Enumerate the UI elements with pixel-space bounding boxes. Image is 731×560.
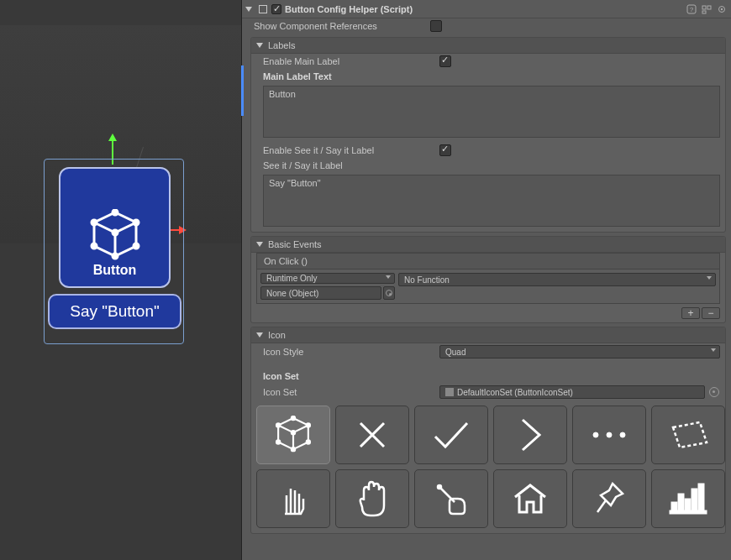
- arrow-down-icon: [256, 242, 263, 247]
- gear-icon[interactable]: [716, 3, 728, 15]
- icon-set-picker[interactable]: [708, 387, 720, 397]
- svg-point-1: [134, 220, 139, 225]
- icon-header-text: Icon: [268, 330, 286, 340]
- svg-point-19: [292, 447, 295, 451]
- object-picker-button[interactable]: [383, 286, 395, 300]
- svg-rect-31: [699, 484, 703, 511]
- icon-chevron-right[interactable]: [493, 406, 567, 464]
- show-references-label: Show Component References: [254, 21, 430, 31]
- svg-point-4: [92, 243, 97, 249]
- add-event-button[interactable]: +: [681, 307, 700, 319]
- svg-rect-28: [679, 495, 683, 511]
- button-preview-label: Button: [93, 263, 137, 278]
- scene-view[interactable]: Button Say "Button": [0, 0, 241, 560]
- object-value: None (Object): [266, 289, 318, 298]
- icon-grid: [251, 400, 725, 533]
- prefab-override-indicator: [241, 65, 244, 116]
- svg-point-15: [721, 8, 723, 9]
- icon-pin[interactable]: [572, 469, 646, 528]
- icon-cross[interactable]: [335, 406, 409, 464]
- show-references-checkbox[interactable]: [430, 20, 442, 32]
- pin-icon: [592, 480, 626, 517]
- arrow-down-icon[interactable]: [245, 7, 252, 12]
- svg-point-6: [113, 230, 118, 235]
- icon-cube-wireframe[interactable]: [256, 406, 330, 464]
- main-label-text-field[interactable]: Button: [263, 86, 720, 138]
- svg-point-3: [113, 254, 118, 259]
- labels-header[interactable]: Labels: [251, 38, 725, 54]
- cube-wireframe-icon: [272, 416, 314, 454]
- object-picker-icon: [386, 290, 392, 296]
- icon-header[interactable]: Icon: [251, 327, 725, 343]
- icon-set-value: DefaultIconSet (ButtonIconSet): [457, 388, 573, 397]
- bar-chart-icon: [669, 483, 707, 515]
- runtime-value: Runtime Only: [266, 274, 318, 283]
- object-picker-icon: [709, 387, 719, 397]
- svg-point-2: [134, 243, 139, 249]
- basic-events-header-text: Basic Events: [268, 239, 322, 249]
- icon-section: Icon Icon Style Quad Icon Set Icon Set D…: [250, 327, 726, 534]
- icon-dashed-panel[interactable]: [651, 406, 725, 464]
- say-it-label-preview[interactable]: Say "Button": [48, 294, 181, 329]
- icon-hand-stop[interactable]: [335, 469, 409, 528]
- icon-style-dropdown[interactable]: Quad: [439, 345, 720, 359]
- main-label-text-value: Button: [269, 89, 296, 99]
- component-enabled-checkbox[interactable]: [271, 4, 281, 14]
- ellipsis-icon: [590, 429, 628, 441]
- inspector-panel: Button Config Helper (Script) ? Show Com…: [241, 0, 731, 560]
- svg-point-21: [276, 423, 280, 427]
- svg-point-25: [620, 432, 625, 437]
- svg-point-17: [307, 423, 310, 427]
- icon-hand-gesture[interactable]: [256, 469, 330, 528]
- svg-point-20: [276, 440, 280, 443]
- svg-point-22: [292, 431, 295, 434]
- svg-point-23: [593, 432, 598, 437]
- tap-icon: [433, 480, 470, 517]
- enable-main-label: Enable Main Label: [263, 56, 439, 66]
- arrow-down-icon: [256, 332, 263, 338]
- svg-rect-29: [686, 500, 690, 511]
- button-3d-preview[interactable]: Button: [59, 167, 171, 288]
- see-it-field[interactable]: Say "Button": [263, 175, 720, 227]
- icon-set-label: Icon Set: [263, 387, 439, 397]
- event-add-remove: + −: [251, 304, 725, 321]
- basic-events-header[interactable]: Basic Events: [251, 237, 725, 253]
- chevron-right-icon: [516, 416, 544, 453]
- enable-main-checkbox[interactable]: [439, 55, 451, 67]
- main-label-text-header: Main Label Text: [263, 71, 332, 81]
- arrow-down-icon: [256, 43, 263, 48]
- icon-style-label: Icon Style: [263, 347, 439, 357]
- svg-point-24: [607, 432, 612, 437]
- basic-events-section: Basic Events On Click () Runtime Only No…: [250, 236, 726, 323]
- svg-rect-11: [702, 6, 706, 9]
- svg-rect-8: [260, 6, 266, 13]
- hand-gesture-icon: [278, 480, 308, 517]
- svg-rect-12: [707, 6, 711, 9]
- help-icon[interactable]: ?: [686, 3, 697, 15]
- icon-tap[interactable]: [414, 469, 488, 528]
- selection-bounds[interactable]: Button Say "Button": [44, 159, 184, 344]
- icon-bar-chart[interactable]: [651, 469, 725, 528]
- enable-see-checkbox[interactable]: [439, 144, 451, 156]
- icon-style-value: Quad: [445, 348, 465, 357]
- function-dropdown[interactable]: No Function: [398, 273, 716, 286]
- svg-point-26: [438, 485, 441, 489]
- hand-stop-icon: [355, 480, 389, 517]
- dashed-panel-icon: [668, 419, 708, 451]
- icon-set-field[interactable]: DefaultIconSet (ButtonIconSet): [439, 385, 705, 399]
- svg-rect-32: [671, 511, 706, 513]
- preset-icon[interactable]: [701, 3, 713, 15]
- icon-check[interactable]: [414, 406, 488, 464]
- script-icon: [257, 3, 268, 14]
- component-header[interactable]: Button Config Helper (Script) ?: [242, 0, 731, 18]
- icon-set-header: Icon Set: [263, 371, 299, 381]
- svg-point-0: [113, 210, 118, 215]
- runtime-dropdown[interactable]: Runtime Only: [260, 273, 395, 284]
- see-it-label: See it / Say it Label: [263, 160, 343, 170]
- icon-ellipsis[interactable]: [572, 406, 646, 464]
- object-field[interactable]: None (Object): [260, 286, 381, 300]
- remove-event-button[interactable]: −: [702, 307, 720, 319]
- show-references-row: Show Component References: [242, 18, 731, 34]
- icon-home[interactable]: [493, 469, 567, 528]
- cross-icon: [355, 418, 389, 452]
